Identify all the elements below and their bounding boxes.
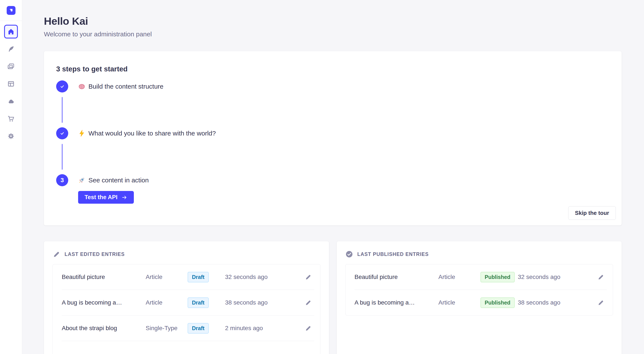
last-edited-title: LAST EDITED ENTRIES [64,251,125,257]
step-label-text: See content in action [88,177,149,184]
edit-entry-button[interactable] [596,298,605,307]
cart-icon [7,115,15,122]
step-build-content-structure: Build the content structure [56,80,616,127]
last-published-header: LAST PUBLISHED ENTRIES [345,250,613,258]
layout-icon [7,80,15,87]
check-icon [60,84,65,89]
sidebar-item-deploy[interactable] [4,94,18,108]
table-row: A bug is becoming a… Article Draft 38 se… [53,290,320,315]
test-the-api-button[interactable]: Test the API [78,191,134,204]
status-badge: Published [480,272,515,282]
status-badge: Draft [188,298,209,308]
step-label: What would you like to share with the wo… [78,127,216,139]
sidebar-item-media-library[interactable] [4,59,18,73]
last-published-table: Beautiful picture Article Published 32 s… [345,264,613,316]
entry-kind: Single-Type [146,325,188,332]
step-label-text: What would you like to share with the wo… [88,130,216,137]
steps-title: 3 steps to get started [56,65,616,73]
step-see-content-in-action: 3 See content in action [56,174,616,204]
sidebar-item-home[interactable] [4,25,18,38]
step-number-indicator: 3 [56,174,68,186]
step-label: Build the content structure [78,80,164,92]
skip-the-tour-button[interactable]: Skip the tour [568,206,616,220]
entry-time: 32 seconds ago [225,274,300,281]
last-published-title: LAST PUBLISHED ENTRIES [358,251,429,257]
step-body: What would you like to share with the wo… [78,127,216,174]
step-rail [56,127,68,174]
getting-started-card: 3 steps to get started [44,51,622,225]
status-badge: Draft [188,323,209,334]
entry-title: About the strapi blog [62,325,146,332]
entry-time: 38 seconds ago [225,299,300,306]
table-row: A bug is becoming a… Article Published 3… [346,290,613,315]
page-subtitle: Welcome to your administration panel [44,30,622,38]
test-the-api-label: Test the API [84,194,118,201]
last-edited-panel: LAST EDITED ENTRIES Beautiful picture Ar… [44,241,329,354]
entry-time: 38 seconds ago [518,299,593,306]
arrow-right-icon [121,195,128,200]
check-icon [60,131,65,136]
step-done-indicator [56,80,68,92]
step-rail: 3 [56,174,68,204]
sidebar-item-content-type-builder[interactable] [4,77,18,91]
table-row: Beautiful picture Article Draft 32 secon… [53,264,320,290]
feather-icon [7,45,15,53]
entry-title: A bug is becoming a… [62,299,146,306]
status-badge: Draft [188,272,209,282]
zap-icon [78,130,86,137]
edit-entry-button[interactable] [304,273,312,281]
entry-title: A bug is becoming a… [354,299,438,306]
step-done-indicator [56,127,68,139]
pencil-icon [305,274,312,281]
page-title: Hello Kai [44,15,622,27]
sidebar-item-marketplace[interactable] [4,112,18,126]
table-row: About the strapi blog Single-Type Draft … [53,316,320,341]
cloud-icon [7,98,15,105]
sidebar-item-settings[interactable] [4,129,18,143]
last-published-panel: LAST PUBLISHED ENTRIES Beautiful picture… [337,241,622,354]
entry-kind: Article [438,274,480,281]
step-body: See content in action Test the API [78,174,149,204]
page-header: Hello Kai Welcome to your administration… [44,15,622,38]
pencil-icon [597,299,604,306]
step-body: Build the content structure [78,80,164,127]
pencil-icon [305,299,312,306]
check-circle-icon [345,250,353,258]
pencil-icon [52,250,60,258]
entry-title: Beautiful picture [62,274,146,281]
table-row: Beautiful picture Article Published 32 s… [346,264,613,290]
entries-panels: LAST EDITED ENTRIES Beautiful picture Ar… [44,241,622,354]
sidebar-logo-section [0,0,22,21]
pencil-icon [597,274,604,281]
entry-time: 32 seconds ago [518,274,593,281]
entry-kind: Article [438,299,480,306]
step-label-text: Build the content structure [88,83,164,90]
strapi-logo[interactable] [7,6,16,15]
pencil-icon [305,325,312,332]
sidebar [0,0,22,354]
main-content: Hello Kai Welcome to your administration… [22,0,644,354]
edit-entry-button[interactable] [304,324,312,333]
sidebar-nav [4,25,18,143]
entry-kind: Article [146,299,188,306]
brain-icon [78,83,86,90]
edit-entry-button[interactable] [304,298,312,307]
step-label: See content in action [78,174,149,186]
status-badge: Published [480,298,515,308]
table-filler [53,341,320,354]
step-share-with-world: What would you like to share with the wo… [56,127,616,174]
rocket-icon [78,177,86,184]
entry-time: 2 minutes ago [225,325,300,332]
entry-title: Beautiful picture [354,274,438,281]
gear-icon [7,132,15,140]
strapi-admin-app: Hello Kai Welcome to your administration… [0,0,644,354]
strapi-logo-icon [8,7,14,13]
last-edited-table: Beautiful picture Article Draft 32 secon… [52,264,320,354]
edit-entry-button[interactable] [596,273,605,281]
step-rail [56,80,68,127]
step-number: 3 [60,177,64,184]
sidebar-item-content-manager[interactable] [4,42,18,56]
entry-kind: Article [146,274,188,281]
images-icon [7,63,15,70]
last-edited-header: LAST EDITED ENTRIES [52,250,320,258]
